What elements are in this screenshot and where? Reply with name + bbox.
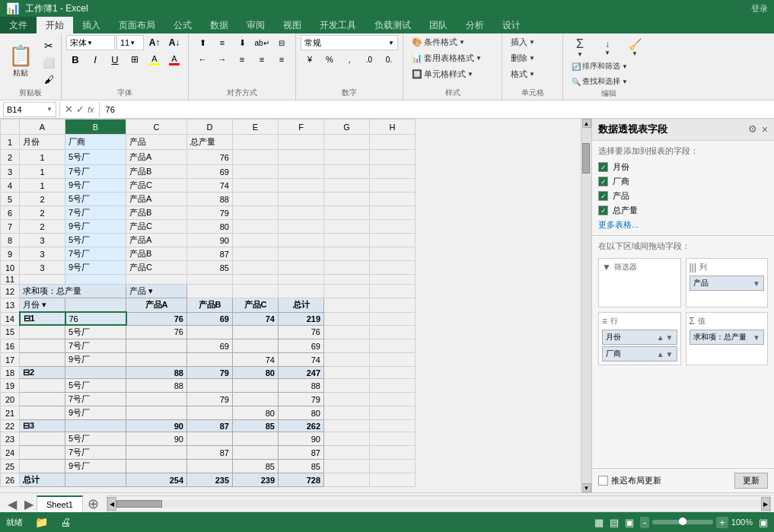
- login-btn[interactable]: 登录: [751, 3, 768, 14]
- cell-g7[interactable]: [324, 220, 370, 234]
- update-button[interactable]: 更新: [734, 473, 768, 489]
- hscroll-left-btn[interactable]: ◀: [107, 497, 116, 511]
- field-checkbox-month[interactable]: [598, 162, 608, 172]
- cancel-formula-icon[interactable]: ✕: [65, 104, 73, 115]
- col-header-f[interactable]: F: [279, 119, 324, 135]
- cell-d4[interactable]: 74: [187, 179, 233, 193]
- cell-f2[interactable]: [279, 150, 324, 165]
- cell-d9[interactable]: 87: [187, 247, 233, 261]
- cell-g9[interactable]: [324, 247, 370, 261]
- decrease-decimal-button[interactable]: 0.: [380, 52, 398, 67]
- cell-a25[interactable]: [20, 460, 65, 473]
- cell-h8[interactable]: [370, 234, 416, 247]
- pivot-product-dropdown[interactable]: 产品 ▾: [126, 285, 187, 298]
- pivot-month3-a[interactable]: 90: [126, 420, 187, 432]
- cell-d21[interactable]: [187, 406, 233, 420]
- cell-f5[interactable]: [279, 193, 324, 206]
- cell-h18[interactable]: [370, 367, 416, 379]
- tab-pagelayout[interactable]: 页面布局: [110, 17, 164, 33]
- cell-a21[interactable]: [20, 406, 65, 420]
- cell-g14[interactable]: [324, 312, 370, 325]
- align-center-button[interactable]: ≡: [253, 52, 271, 67]
- cell-g21[interactable]: [324, 406, 370, 420]
- scroll-left-tab-btn[interactable]: ◀: [3, 495, 21, 512]
- cell-a9[interactable]: 3: [20, 247, 65, 261]
- pivot-col-c[interactable]: 产品C: [233, 298, 279, 313]
- hscroll-right-btn[interactable]: ▶: [761, 497, 770, 511]
- cell-d24[interactable]: 87: [187, 446, 233, 460]
- border-button[interactable]: ⊞: [126, 52, 144, 67]
- cell-b26[interactable]: [65, 473, 126, 487]
- increase-font-button[interactable]: A↑: [145, 35, 164, 50]
- cell-a2[interactable]: 1: [20, 150, 65, 165]
- font-size-dropdown[interactable]: 11 ▼: [116, 35, 144, 50]
- underline-button[interactable]: U: [106, 52, 124, 67]
- vertical-scrollbar[interactable]: ▲ ▼: [581, 119, 591, 492]
- pivot-col-b[interactable]: 产品B: [187, 298, 233, 313]
- cell-h2[interactable]: [370, 150, 416, 165]
- cell-h14[interactable]: [370, 312, 416, 325]
- cell-e12[interactable]: [233, 285, 279, 298]
- pivot-month3-b[interactable]: 87: [187, 420, 233, 432]
- tab-formula[interactable]: 公式: [164, 17, 201, 33]
- cell-f12[interactable]: [279, 285, 324, 298]
- align-middle-button[interactable]: ≡: [213, 35, 231, 50]
- cut-button[interactable]: ✂: [40, 38, 58, 53]
- cell-e19[interactable]: [233, 379, 279, 393]
- paste-button[interactable]: 📋 粘贴: [3, 35, 38, 87]
- cell-f8[interactable]: [279, 234, 324, 247]
- cell-a8[interactable]: 3: [20, 234, 65, 247]
- cell-b21[interactable]: 9号厂: [65, 406, 126, 420]
- cell-e11[interactable]: [233, 275, 279, 285]
- cell-g2[interactable]: [324, 150, 370, 165]
- cell-b10[interactable]: 9号厂: [65, 261, 126, 275]
- cell-f20[interactable]: 79: [279, 393, 324, 406]
- horizontal-scrollbar[interactable]: ◀ ▶: [107, 495, 771, 512]
- fill-button[interactable]: ↓▼: [595, 35, 620, 59]
- pivot-month1-label[interactable]: ⊟1: [20, 312, 65, 325]
- cell-e8[interactable]: [233, 234, 279, 247]
- cell-a11[interactable]: [20, 275, 65, 285]
- columns-product-tag[interactable]: 产品 ▼: [690, 276, 765, 291]
- tab-insert[interactable]: 插入: [73, 17, 110, 33]
- cell-h10[interactable]: [370, 261, 416, 275]
- cell-d11[interactable]: [187, 275, 233, 285]
- cell-c15[interactable]: 76: [126, 325, 187, 339]
- cell-d1[interactable]: 总产量: [187, 135, 233, 150]
- cell-f6[interactable]: [279, 206, 324, 220]
- col-header-a[interactable]: A: [20, 119, 65, 135]
- cell-g20[interactable]: [324, 393, 370, 406]
- cell-a4[interactable]: 1: [20, 179, 65, 193]
- cell-c20[interactable]: [126, 393, 187, 406]
- format-button[interactable]: 格式 ▼: [507, 67, 558, 81]
- field-checkbox-quantity[interactable]: [598, 205, 608, 215]
- pivot-grand-total-c[interactable]: 239: [233, 473, 279, 487]
- cell-e24[interactable]: [233, 446, 279, 460]
- cell-g1[interactable]: [324, 135, 370, 150]
- cell-g17[interactable]: [324, 353, 370, 367]
- cell-c24[interactable]: [126, 446, 187, 460]
- cell-g12[interactable]: [324, 285, 370, 298]
- cell-e10[interactable]: [233, 261, 279, 275]
- cell-a15[interactable]: [20, 325, 65, 339]
- pivot-month1-a[interactable]: 76: [126, 312, 187, 325]
- cell-h26[interactable]: [370, 473, 416, 487]
- formula-input[interactable]: [103, 105, 771, 114]
- cell-g4[interactable]: [324, 179, 370, 193]
- zoom-slider-track[interactable]: [652, 520, 713, 524]
- pivot-month1-c[interactable]: 74: [233, 312, 279, 325]
- cell-d3[interactable]: 69: [187, 165, 233, 179]
- tab-design[interactable]: 设计: [493, 17, 530, 33]
- cell-d6[interactable]: 79: [187, 206, 233, 220]
- cell-a3[interactable]: 1: [20, 165, 65, 179]
- cell-b16[interactable]: 7号厂: [65, 339, 126, 353]
- zoom-slider-thumb[interactable]: [679, 518, 686, 525]
- cell-f7[interactable]: [279, 220, 324, 234]
- tab-analyze[interactable]: 分析: [457, 17, 493, 33]
- align-left-button[interactable]: ≡: [233, 52, 251, 67]
- cell-g6[interactable]: [324, 206, 370, 220]
- pivot-month3-label[interactable]: ⊟3: [20, 420, 65, 432]
- cell-d20[interactable]: 79: [187, 393, 233, 406]
- cell-h15[interactable]: [370, 325, 416, 339]
- fill-color-button[interactable]: A: [145, 53, 164, 67]
